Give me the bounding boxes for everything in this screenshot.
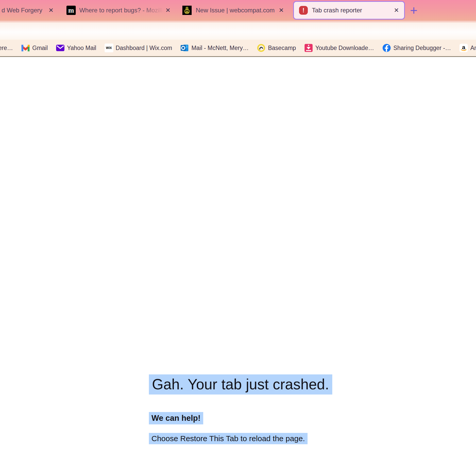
outlook-icon (180, 44, 189, 52)
bookmark-label: Basecamp (268, 45, 296, 52)
bookmarks-toolbar: ere… Gmail Yahoo Mail (0, 40, 476, 57)
bookmark-wix-dashboard[interactable]: WIX Dashboard | Wix.com (105, 44, 172, 52)
browser-window: d Web Forgery ✕ m Where to report bugs? … (0, 0, 476, 453)
download-icon (304, 44, 313, 52)
wix-icon: WIX (105, 44, 113, 52)
navigation-bar-area (0, 23, 476, 40)
bookmark-basecamp[interactable]: Basecamp (257, 44, 296, 52)
bookmark-label: Gmail (32, 45, 48, 52)
bookmark-gmail[interactable]: Gmail (21, 44, 48, 52)
mozilla-support-favicon: m (66, 6, 76, 15)
bookmark-clipped[interactable]: ere… (0, 45, 13, 52)
bookmark-sharing-debugger[interactable]: Sharing Debugger -… (382, 44, 451, 52)
webcompat-favicon (182, 6, 192, 15)
tab-reported-web-forgery[interactable]: d Web Forgery (2, 7, 42, 14)
tab-where-to-report-bugs[interactable]: Where to report bugs? - Mozilla (79, 7, 164, 14)
crash-subheading: We can help! (149, 412, 203, 424)
amazon-icon: a (459, 44, 468, 52)
new-tab-button[interactable]: + (410, 4, 418, 17)
facebook-icon (382, 44, 391, 52)
bookmark-label: Mail - McNett, Mery… (191, 45, 249, 52)
tab-new-issue-webcompat[interactable]: New Issue | webcompat.com (196, 7, 275, 14)
crash-instructions: Choose Restore This Tab to reload the pa… (149, 433, 308, 444)
yahoo-mail-icon (56, 44, 65, 52)
bookmark-label: Youtube Downloade… (315, 45, 374, 52)
bookmark-label: Amazon.c (470, 45, 476, 52)
tab-strip: d Web Forgery ✕ m Where to report bugs? … (0, 0, 476, 21)
tab-close-icon[interactable]: ✕ (48, 7, 54, 13)
bookmark-label: ere… (0, 45, 13, 52)
bookmark-label: Dashboard | Wix.com (116, 45, 172, 52)
bookmark-yahoo-mail[interactable]: Yahoo Mail (56, 44, 96, 52)
tab-close-icon[interactable]: ✕ (394, 7, 399, 13)
crash-page: Gah. Your tab just crashed. We can help!… (0, 57, 476, 453)
basecamp-icon (257, 44, 266, 52)
tab-close-icon[interactable]: ✕ (165, 7, 171, 13)
crash-warning-icon: ! (299, 6, 308, 15)
bookmark-outlook-mail[interactable]: Mail - McNett, Mery… (180, 44, 249, 52)
gmail-icon (21, 44, 30, 52)
webcompat-logo-icon (182, 6, 192, 15)
bookmark-label: Sharing Debugger -… (393, 45, 451, 52)
tab-crash-reporter-active[interactable]: ! Tab crash reporter ✕ (293, 1, 405, 20)
tabbar-bottom-band (0, 21, 476, 23)
bookmark-amazon[interactable]: a Amazon.c (459, 44, 476, 52)
tab-close-icon[interactable]: ✕ (279, 7, 284, 13)
bookmark-youtube-downloader[interactable]: Youtube Downloade… (304, 44, 374, 52)
svg-text:a: a (462, 44, 465, 51)
crash-heading: Gah. Your tab just crashed. (149, 374, 332, 395)
bookmark-label: Yahoo Mail (67, 45, 96, 52)
active-tab-title: Tab crash reporter (312, 7, 390, 14)
